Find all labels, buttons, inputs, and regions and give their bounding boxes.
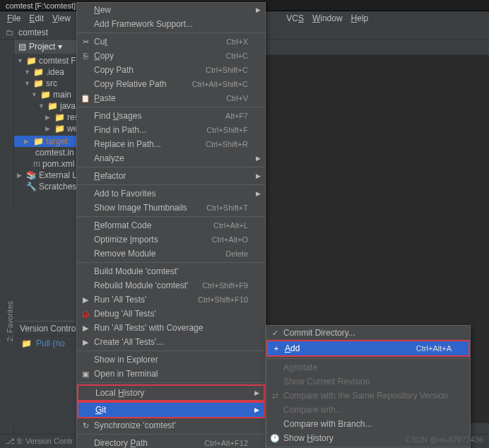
menu-item[interactable]: Analyze▶	[77, 151, 265, 165]
menu-item[interactable]: Compare with...	[266, 403, 470, 417]
panel-icon: ▤	[18, 42, 26, 52]
menu-item[interactable]: Copy Relative PathCtrl+Alt+Shift+C	[77, 77, 265, 91]
menu-item[interactable]: ✂CutCtrl+X	[77, 35, 265, 49]
menu-item[interactable]: New▶	[77, 3, 265, 17]
menu-item[interactable]: ▶Run 'All Tests' with Coverage	[77, 321, 265, 335]
watermark: CSDN @no-67677436	[406, 435, 483, 444]
statusbar-text[interactable]: ⎇ 9: Version Contr	[6, 437, 73, 446]
menu-item[interactable]: Directory PathCtrl+Alt+F12	[77, 436, 265, 448]
menu-item[interactable]: Copy PathCtrl+Shift+C	[77, 63, 265, 77]
menu-item[interactable]: Find in Path...Ctrl+Shift+F	[77, 123, 265, 137]
menu-file[interactable]: File	[4, 13, 23, 23]
folder-icon: 🗀	[6, 28, 14, 37]
menu-item[interactable]: ▣Open in Terminal	[77, 367, 265, 381]
menu-window[interactable]: Window	[310, 13, 346, 23]
menu-item[interactable]: Show Current Revision	[266, 375, 470, 389]
menu-item[interactable]: Remove ModuleDelete	[77, 247, 265, 261]
menu-item[interactable]: Find UsagesAlt+F7	[77, 109, 265, 123]
menu-item[interactable]: Add to Favorites▶	[77, 187, 265, 201]
menu-item[interactable]: ▶Create 'All Tests'...	[77, 335, 265, 349]
menu-help[interactable]: Help	[348, 13, 372, 23]
menu-item[interactable]: Reformat CodeCtrl+Alt+L	[77, 218, 265, 232]
breadcrumb-text: comtest	[18, 28, 48, 37]
context-menu[interactable]: New▶Add Framework Support...✂CutCtrl+X⎘C…	[76, 2, 266, 448]
menu-item[interactable]: Refactor▶	[77, 169, 265, 183]
menu-item[interactable]: ▶Run 'All Tests'Ctrl+Shift+F10	[77, 293, 265, 307]
menu-item[interactable]: Compare with Branch...	[266, 417, 470, 431]
menu-item[interactable]: Show Image ThumbnailsCtrl+Shift+T	[77, 201, 265, 215]
menu-item[interactable]: Annotate	[266, 360, 470, 375]
menu-item[interactable]: ✓Commit Directory...	[266, 326, 470, 340]
menu-item[interactable]: 📋PasteCtrl+V	[77, 91, 265, 105]
left-gutter-lower: 2: Favorites Web 2: Structure	[0, 212, 14, 424]
menu-item[interactable]: Git▶	[77, 401, 265, 418]
menu-vcs[interactable]: VCS	[283, 13, 307, 23]
menu-item[interactable]: ⇄Compare with the Same Repository Versio…	[266, 389, 470, 403]
panel-title: Project	[29, 42, 55, 52]
menu-item[interactable]: Rebuild Module 'comtest'Ctrl+Shift+F9	[77, 278, 265, 293]
menu-item[interactable]: ↻Synchronize 'comtest'	[77, 418, 265, 432]
menu-item[interactable]: 🐞Debug 'All Tests'	[77, 307, 265, 321]
menu-item[interactable]: +AddCtrl+Alt+A	[266, 340, 470, 357]
gutter-favorites[interactable]: 2: Favorites	[6, 301, 14, 341]
menu-edit[interactable]: Edit	[26, 13, 47, 23]
panel-dropdown-icon[interactable]: ▾	[58, 42, 62, 52]
menu-view[interactable]: View	[49, 13, 73, 23]
folder-icon: 📁	[21, 338, 32, 348]
menu-item[interactable]: Add Framework Support...	[77, 17, 265, 31]
menu-item[interactable]: Build Module 'comtest'	[77, 264, 265, 278]
menu-item[interactable]: Replace in Path...Ctrl+Shift+R	[77, 137, 265, 151]
menu-item[interactable]: ⎘CopyCtrl+C	[77, 49, 265, 63]
menu-item[interactable]: Show in Explorer	[77, 353, 265, 367]
menu-item[interactable]: Local History▶	[77, 384, 265, 401]
git-submenu[interactable]: ✓Commit Directory...+AddCtrl+Alt+AAnnota…	[266, 325, 471, 448]
menu-item[interactable]: Optimize ImportsCtrl+Alt+O	[77, 232, 265, 247]
